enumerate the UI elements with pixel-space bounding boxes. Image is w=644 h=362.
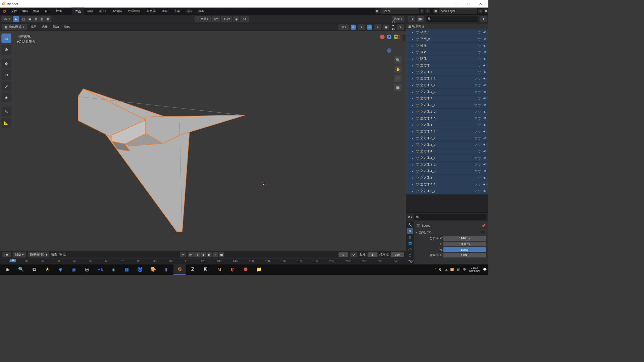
visibility-eye-icon[interactable]: 👁: [483, 189, 486, 193]
sel-invert-button[interactable]: ▥: [39, 16, 45, 22]
overlay-options-dropdown[interactable]: ▾: [374, 24, 381, 30]
proportional-curve-dropdown[interactable]: ∿▾: [240, 16, 249, 22]
viewport-3d[interactable]: ▭ ⊕ ✥ ⟲ ⤢ ◈ ✎ 📐 用户透视 (0) 场景集合: [0, 31, 406, 251]
tab-sculpting[interactable]: 雕刻: [96, 7, 108, 15]
mode-dropdown[interactable]: ▦ 物体模式 ▾: [2, 24, 27, 30]
play-reverse-button[interactable]: ◀: [200, 252, 206, 257]
orientation-dropdown[interactable]: ⬚ 全局 ▾: [195, 16, 211, 22]
visibility-eye-icon[interactable]: 👁: [483, 183, 486, 186]
menu-select[interactable]: 选择: [40, 24, 49, 30]
outliner-item[interactable]: ▸▽立方体.5_2▽▽👁: [406, 188, 488, 194]
sel-intersect-button[interactable]: ▦: [45, 16, 51, 22]
prop-tab-scene[interactable]: 🌐: [407, 240, 414, 246]
outliner-editor-dropdown[interactable]: ☰▾: [408, 16, 415, 22]
outliner-item[interactable]: ▸▽扫描▽👁: [406, 43, 488, 49]
outliner-item[interactable]: ▸▽球体▽👁: [406, 56, 488, 62]
tab-script[interactable]: 脚本: [195, 7, 207, 15]
taskbar-zbrush[interactable]: Ƶ: [187, 264, 199, 275]
viewlayer-unlink-button[interactable]: ✕: [484, 9, 488, 14]
outliner-item[interactable]: ▸▽立方体.4_1▽▽👁: [406, 155, 488, 162]
visibility-eye-icon[interactable]: 👁: [483, 149, 486, 153]
scene-new-button[interactable]: ⎘: [420, 9, 424, 14]
taskbar-app-15[interactable]: ◐: [226, 264, 238, 275]
search-button[interactable]: 🔍: [15, 264, 27, 275]
outliner-item[interactable]: ▸▽立方体.2_1▽▽👁: [406, 102, 488, 109]
tool-select-box[interactable]: ▭: [2, 34, 11, 43]
tray-qq-icon[interactable]: 🐧: [438, 267, 442, 271]
shading-material-button[interactable]: ◐: [392, 27, 395, 31]
pct-field[interactable]: 100%: [443, 247, 486, 252]
sel-set-button[interactable]: ▢: [20, 16, 26, 22]
taskbar-app-6[interactable]: ◈: [107, 264, 119, 275]
sel-subtract-button[interactable]: ▤: [33, 16, 39, 22]
aspect-field[interactable]: 1.000: [443, 253, 486, 258]
pan-icon[interactable]: ✋: [394, 66, 401, 73]
outliner-item[interactable]: ▸▽立方体.5_1▽▽👁: [406, 181, 488, 188]
jump-end-button[interactable]: ⏭: [219, 252, 224, 257]
visibility-eye-icon[interactable]: 👁: [483, 37, 486, 41]
outliner-search-input[interactable]: 🔍: [426, 16, 479, 22]
panel-dimensions-header[interactable]: 规格尺寸: [419, 230, 431, 235]
outliner-item[interactable]: ▸▽立方体.3_2▽▽👁: [406, 135, 488, 142]
outliner-item[interactable]: ▸▽立方体.5▽👁: [406, 175, 488, 181]
menu-render[interactable]: 渲染: [31, 8, 42, 14]
viewlayer-name-field[interactable]: View Layer: [439, 8, 477, 14]
next-key-button[interactable]: ▸: [213, 252, 218, 257]
outliner-item[interactable]: ▸▽立方体.1▽👁: [406, 69, 488, 75]
outliner-tree[interactable]: ▦ 场景集合 ▸▽平滑_1▽👁▸▽平滑_2▽👁▸▽扫描▽👁▸▽旋转▽👁▸▽球体▽…: [406, 23, 488, 213]
tool-measure[interactable]: 📐: [2, 118, 11, 128]
prop-tab-output[interactable]: 🖨: [407, 228, 414, 234]
sidebar-toggle[interactable]: ‹: [402, 35, 406, 41]
scene-browse-icon[interactable]: ▦: [375, 9, 380, 14]
taskbar-app-14[interactable]: M: [213, 264, 225, 275]
visibility-eye-icon[interactable]: 👁: [483, 44, 486, 48]
pivot-dropdown[interactable]: ⊙▾: [212, 16, 220, 22]
tray-volume-icon[interactable]: 🔊: [457, 267, 460, 271]
tab-uv[interactable]: UV编辑: [109, 7, 125, 15]
snap-dropdown[interactable]: ⊚ ⟘▾: [221, 16, 232, 22]
visibility-eye-icon[interactable]: 👁: [483, 90, 486, 94]
timeline-playback-menu[interactable]: 回放▾: [13, 252, 26, 257]
navigation-gizmo[interactable]: Z Y X: [380, 35, 398, 53]
visibility-eye-icon[interactable]: 👁: [483, 176, 486, 180]
properties-editor-dropdown[interactable]: ⚙▾: [408, 215, 412, 219]
start-button[interactable]: ⊞: [2, 264, 14, 275]
outliner-item[interactable]: ▸▽立方体.1_2▽▽👁: [406, 82, 488, 89]
visibility-eye-icon[interactable]: 👁: [483, 143, 486, 147]
editor-type-dropdown[interactable]: ⊕▸ ▾: [2, 16, 12, 22]
tab-add-button[interactable]: +: [208, 8, 214, 14]
taskbar-app-7[interactable]: ▦: [120, 264, 132, 275]
outliner-item[interactable]: ▸▽立方体.3_1▽▽👁: [406, 128, 488, 135]
visibility-eye-icon[interactable]: 👁: [483, 169, 486, 173]
timeline-ruler[interactable]: 0 01020304050607080901001101201301401501…: [0, 258, 406, 264]
outliner-item[interactable]: ▸▽立方体.4▽👁: [406, 148, 488, 155]
select-tool-button[interactable]: ▶: [13, 16, 19, 22]
outliner-item[interactable]: ▸▽立方体.2_3▽▽👁: [406, 115, 488, 122]
visibility-eye-icon[interactable]: 👁: [483, 31, 486, 34]
window-maximize-button[interactable]: ◻: [463, 0, 475, 8]
gizmo-toggle-button[interactable]: ✥: [351, 24, 356, 29]
tray-notifications-icon[interactable]: 💬: [483, 267, 487, 271]
menu-file[interactable]: 文件: [8, 8, 19, 14]
visibility-eye-icon[interactable]: 👁: [483, 123, 486, 127]
timeline-view-menu[interactable]: 视图: [51, 252, 57, 257]
visibility-eye-icon[interactable]: 👁: [483, 97, 486, 101]
timeline-keying-menu[interactable]: 抠像(插帧)▾: [28, 252, 49, 257]
outliner-item[interactable]: ▸▽立方体.2_2▽▽👁: [406, 109, 488, 115]
outliner-item[interactable]: ▸▽平滑_2▽👁: [406, 36, 488, 43]
shading-solid-button[interactable]: ●: [392, 23, 395, 27]
resy-field[interactable]: 1080 px: [443, 242, 486, 246]
tool-rotate[interactable]: ⟲: [2, 70, 11, 80]
outliner-item[interactable]: ▸▽立方体.1_3▽▽👁: [406, 89, 488, 96]
taskbar-obs[interactable]: ◎: [81, 264, 93, 275]
proportional-edit-button[interactable]: ◉: [233, 16, 239, 22]
taskbar-app-3[interactable]: ▣: [68, 264, 80, 275]
taskview-button[interactable]: ⧉: [28, 264, 40, 275]
menu-help[interactable]: 帮助: [53, 8, 64, 14]
panel-options-icon[interactable]: ⋮⋮: [480, 231, 486, 234]
tab-shader[interactable]: 着色器: [143, 7, 158, 15]
tab-modeling[interactable]: 建模: [84, 7, 96, 15]
outliner-item[interactable]: ▸▽立方体▽👁: [406, 62, 488, 69]
properties-search-input[interactable]: 🔍: [414, 214, 487, 220]
outliner-item[interactable]: ▸▽立方体.4_2▽▽👁: [406, 162, 488, 168]
